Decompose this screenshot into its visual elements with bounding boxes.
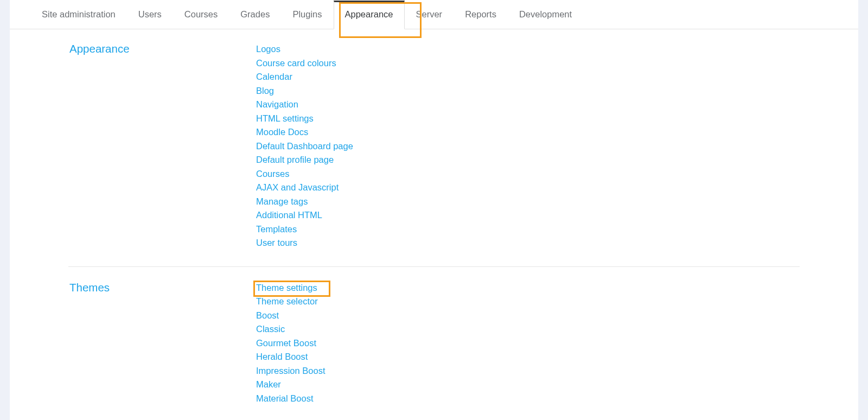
tab-development[interactable]: Development <box>508 1 583 29</box>
tab-label: Reports <box>465 9 496 19</box>
link-blog[interactable]: Blog <box>256 84 800 98</box>
page-container: Site administration Users Courses Grades… <box>10 0 858 420</box>
tab-label: Server <box>416 9 443 19</box>
tab-label: Grades <box>240 9 270 19</box>
link-default-dashboard-page[interactable]: Default Dashboard page <box>256 139 800 154</box>
link-moodle-docs[interactable]: Moodle Docs <box>256 125 800 139</box>
section-heading-link-themes[interactable]: Themes <box>69 281 110 294</box>
link-default-profile-page[interactable]: Default profile page <box>256 153 800 167</box>
link-user-tours[interactable]: User tours <box>256 236 800 250</box>
link-navigation[interactable]: Navigation <box>256 98 800 112</box>
tab-label: Plugins <box>292 9 322 19</box>
link-maker[interactable]: Maker <box>256 378 800 392</box>
tab-appearance[interactable]: Appearance <box>334 1 405 29</box>
link-html-settings[interactable]: HTML settings <box>256 112 800 126</box>
link-course-card-colours[interactable]: Course card colours <box>256 56 800 71</box>
link-impression-boost[interactable]: Impression Boost <box>256 364 800 378</box>
link-calendar[interactable]: Calendar <box>256 70 800 84</box>
link-material-boost[interactable]: Material Boost <box>256 392 800 406</box>
link-gourmet-boost[interactable]: Gourmet Boost <box>256 336 800 351</box>
link-theme-selector[interactable]: Theme selector <box>256 295 800 309</box>
link-theme-settings[interactable]: Theme settings <box>256 281 800 295</box>
content-area: Appearance Logos Course card colours Cal… <box>10 29 858 420</box>
tab-reports[interactable]: Reports <box>454 1 508 29</box>
link-templates[interactable]: Templates <box>256 222 800 237</box>
link-herald-boost[interactable]: Herald Boost <box>256 350 800 364</box>
tab-server[interactable]: Server <box>405 1 454 29</box>
tab-label: Appearance <box>345 9 393 19</box>
section-title: Appearance <box>68 42 256 250</box>
section-title: Themes <box>68 281 256 406</box>
link-manage-tags[interactable]: Manage tags <box>256 195 800 209</box>
link-courses[interactable]: Courses <box>256 167 800 181</box>
section-links: Logos Course card colours Calendar Blog … <box>256 42 800 250</box>
link-ajax-and-javascript[interactable]: AJAX and Javascript <box>256 181 800 195</box>
tab-label: Development <box>519 9 572 19</box>
tab-label: Courses <box>184 9 218 19</box>
tab-site-administration[interactable]: Site administration <box>30 1 127 29</box>
section-links: Theme settings Theme selector Boost Clas… <box>256 281 800 406</box>
link-classic[interactable]: Classic <box>256 322 800 336</box>
link-boost[interactable]: Boost <box>256 309 800 323</box>
link-logos[interactable]: Logos <box>256 42 800 56</box>
section-appearance: Appearance Logos Course card colours Cal… <box>68 37 800 266</box>
admin-tabs: Site administration Users Courses Grades… <box>10 0 858 29</box>
section-heading-link-appearance[interactable]: Appearance <box>69 42 130 55</box>
link-additional-html[interactable]: Additional HTML <box>256 208 800 222</box>
tab-label: Users <box>138 9 162 19</box>
tab-users[interactable]: Users <box>127 1 173 29</box>
tab-courses[interactable]: Courses <box>173 1 229 29</box>
tab-grades[interactable]: Grades <box>229 1 281 29</box>
tab-plugins[interactable]: Plugins <box>281 1 333 29</box>
section-themes: Themes Theme settings Theme selector Boo… <box>68 266 800 421</box>
tab-label: Site administration <box>42 9 116 19</box>
